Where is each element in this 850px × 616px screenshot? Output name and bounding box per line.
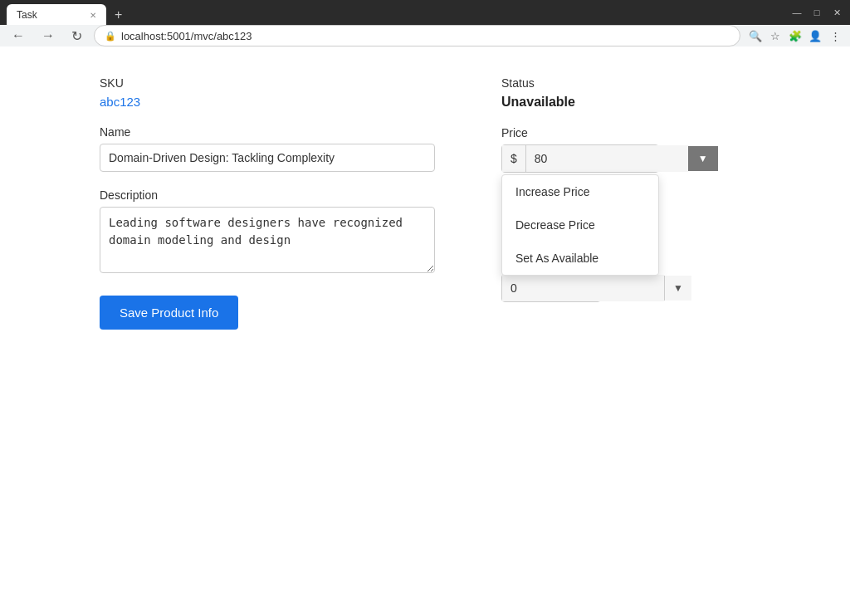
status-field-group: Status Unavailable <box>501 76 750 110</box>
name-field-group: Name <box>100 125 435 172</box>
description-label: Description <box>100 188 435 202</box>
increase-price-item[interactable]: Increase Price <box>502 175 658 208</box>
maximize-button[interactable]: □ <box>810 6 823 19</box>
forward-button[interactable]: → <box>37 27 60 45</box>
price-field-group: Price $ ▼ Increase Price Decrease Price … <box>501 126 750 173</box>
minimize-button[interactable]: — <box>790 6 804 19</box>
extensions-icon[interactable]: 🧩 <box>787 27 804 44</box>
left-panel: SKU abc123 Name Description Save Product… <box>100 76 435 330</box>
price-dropdown-menu: Increase Price Decrease Price Set As Ava… <box>501 174 659 276</box>
right-panel: Status Unavailable Price $ ▼ Increase Pr… <box>501 76 750 330</box>
quantity-wrapper: ▼ <box>501 274 601 302</box>
set-available-item[interactable]: Set As Available <box>502 242 658 275</box>
zoom-icon[interactable]: 🔍 <box>747 27 764 44</box>
quantity-dropdown-button[interactable]: ▼ <box>664 276 691 301</box>
tab-close-icon[interactable]: ✕ <box>90 11 96 20</box>
back-button[interactable]: ← <box>7 27 30 45</box>
tab-label: Task <box>17 9 37 21</box>
url-text: localhost:5001/mvc/abc123 <box>121 30 252 42</box>
description-field-group: Description <box>100 188 435 276</box>
description-textarea[interactable] <box>100 207 435 273</box>
currency-symbol: $ <box>502 145 526 172</box>
price-input-wrapper: $ ▼ <box>501 144 659 173</box>
tab-bar: Task ✕ + <box>0 0 134 25</box>
save-product-button[interactable]: Save Product Info <box>100 296 238 330</box>
quantity-dropdown-icon: ▼ <box>673 282 683 294</box>
profile-icon[interactable]: 👤 <box>807 27 823 44</box>
quantity-input[interactable] <box>502 275 664 301</box>
status-value: Unavailable <box>501 95 750 110</box>
price-label: Price <box>501 126 750 139</box>
sku-field-group: SKU abc123 <box>100 76 435 109</box>
name-label: Name <box>100 125 435 139</box>
page-content: SKU abc123 Name Description Save Product… <box>0 43 850 363</box>
new-tab-button[interactable]: + <box>110 7 127 22</box>
menu-icon[interactable]: ⋮ <box>827 27 843 44</box>
close-window-button[interactable]: ✕ <box>830 6 843 19</box>
price-dropdown-button[interactable]: ▼ <box>688 146 718 171</box>
address-bar[interactable]: 🔒 localhost:5001/mvc/abc123 <box>94 25 740 46</box>
name-input[interactable] <box>100 144 435 172</box>
sku-link[interactable]: abc123 <box>100 95 140 109</box>
decrease-price-item[interactable]: Decrease Price <box>502 208 658 242</box>
price-dropdown-icon: ▼ <box>698 153 708 164</box>
sku-label: SKU <box>100 76 435 90</box>
reload-button[interactable]: ↻ <box>66 27 87 46</box>
price-container: $ ▼ Increase Price Decrease Price Set As… <box>501 144 659 173</box>
star-icon[interactable]: ☆ <box>767 27 784 44</box>
lock-icon: 🔒 <box>105 31 116 42</box>
window-controls: — □ ✕ <box>790 6 843 19</box>
price-input[interactable] <box>526 145 688 172</box>
browser-nav-icons: 🔍 ☆ 🧩 👤 ⋮ <box>747 27 843 44</box>
active-tab[interactable]: Task ✕ <box>7 4 106 26</box>
tab-bar-row: Task ✕ + — □ ✕ <box>0 0 850 25</box>
browser-chrome: Task ✕ + — □ ✕ ← → ↻ 🔒 localhost:5001/mv… <box>0 0 850 43</box>
status-label: Status <box>501 76 750 90</box>
nav-bar: ← → ↻ 🔒 localhost:5001/mvc/abc123 🔍 ☆ 🧩 … <box>0 25 850 46</box>
